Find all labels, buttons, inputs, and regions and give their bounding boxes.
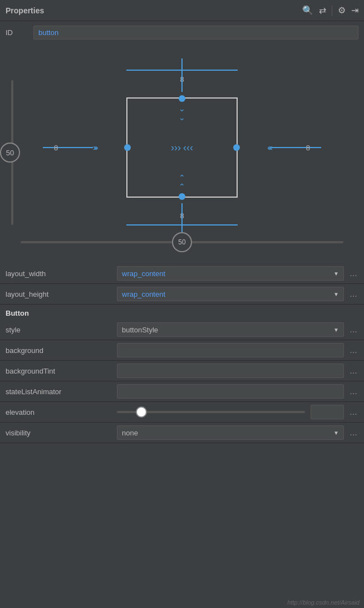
style-label: style xyxy=(6,326,117,334)
dot-left xyxy=(124,144,131,151)
style-value: buttonStyle ▼ ... xyxy=(117,322,358,337)
left-arrows: ›››› xyxy=(93,143,97,152)
vertical-value-label: 50 xyxy=(0,143,20,163)
margin-diagram: ›››› ‹‹‹‹ 8 8 8 8 ⌄ ⌄ xyxy=(43,58,321,237)
layout-height-dropdown[interactable]: wrap_content ▼ xyxy=(117,287,344,301)
style-dropdown-wrapper: buttonStyle ▼ xyxy=(117,322,344,337)
state-list-animator-value: ... xyxy=(117,384,358,399)
layout-width-dropdown-wrapper: wrap_content ▼ xyxy=(117,266,344,281)
background-tint-row: backgroundTint ... xyxy=(0,361,364,381)
visibility-row: visibility none ▼ ... xyxy=(0,423,364,443)
divider xyxy=(332,6,332,16)
style-text: buttonStyle xyxy=(122,326,158,334)
visibility-dropdown[interactable]: none ▼ xyxy=(117,425,344,440)
layout-height-more[interactable]: ... xyxy=(348,289,358,299)
header-actions: 🔍 ⇄ ⚙ ⇥ xyxy=(302,5,358,16)
background-value: ... xyxy=(117,343,358,357)
state-list-animator-more[interactable]: ... xyxy=(348,386,358,396)
background-more[interactable]: ... xyxy=(348,345,358,355)
layout-width-value: wrap_content ▼ ... xyxy=(117,266,358,281)
elevation-row: elevation ... xyxy=(0,402,364,423)
visibility-text: none xyxy=(122,429,138,437)
background-tint-input[interactable] xyxy=(117,364,344,378)
horizontal-value-label: 50 xyxy=(172,232,192,252)
dot-bottom xyxy=(179,193,185,200)
v-line-bottom xyxy=(181,203,183,237)
horizontal-slider[interactable]: 50 xyxy=(21,241,343,243)
visibility-arrow: ▼ xyxy=(333,430,339,436)
elevation-input[interactable] xyxy=(311,405,344,419)
background-label: background xyxy=(6,346,117,355)
layout-height-value: wrap_content ▼ ... xyxy=(117,287,358,301)
watermark: http://blog.csdn.net/Airsaid xyxy=(287,599,360,606)
layout-height-dropdown-wrapper: wrap_content ▼ xyxy=(117,287,344,301)
layout-height-text: wrap_content xyxy=(122,290,165,298)
layout-width-more[interactable]: ... xyxy=(348,268,358,278)
layout-width-dropdown[interactable]: wrap_content ▼ xyxy=(117,266,344,281)
background-row: background ... xyxy=(0,340,364,361)
id-row: ID xyxy=(0,21,364,44)
layout-width-arrow: ▼ xyxy=(333,271,339,277)
h-line-left xyxy=(43,147,93,148)
visibility-value: none ▼ ... xyxy=(117,425,358,440)
right-arrows: ‹‹‹‹ xyxy=(267,143,271,152)
settings-icon[interactable]: ⚙ xyxy=(338,5,346,16)
state-list-animator-row: stateListAnimator ... xyxy=(0,381,364,402)
state-list-animator-input[interactable] xyxy=(117,384,344,399)
layout-height-label: layout_height xyxy=(6,290,117,298)
style-row: style buttonStyle ▼ ... xyxy=(0,320,364,340)
layout-height-arrow: ▼ xyxy=(333,291,339,297)
background-input[interactable] xyxy=(117,343,344,357)
elevation-value: ... xyxy=(117,405,358,419)
h-track: 50 xyxy=(21,241,343,243)
margin-padding-diagram: 50 ›››› ‹‹‹‹ 8 8 8 8 xyxy=(0,44,364,261)
style-arrow: ▼ xyxy=(333,327,339,333)
dot-right xyxy=(233,144,240,151)
vertical-track: 50 xyxy=(11,80,13,225)
visibility-label: visibility xyxy=(6,429,117,437)
button-section-header: Button xyxy=(0,305,364,320)
arrows-up: ⌃ ⌃ xyxy=(179,173,185,191)
header-title: Properties xyxy=(6,6,44,15)
state-list-animator-label: stateListAnimator xyxy=(6,388,117,396)
arrows-center: ››› ‹‹‹ xyxy=(171,142,193,154)
margin-left-value: 8 xyxy=(54,144,58,152)
background-tint-value: ... xyxy=(117,364,358,378)
properties-header: Properties 🔍 ⇄ ⚙ ⇥ xyxy=(0,0,364,21)
elevation-label: elevation xyxy=(6,408,117,416)
margin-right-value: 8 xyxy=(306,144,310,152)
visibility-dropdown-wrapper: none ▼ xyxy=(117,425,344,440)
vertical-slider[interactable]: 50 xyxy=(11,80,13,225)
elevation-thumb xyxy=(136,406,147,418)
swap-icon[interactable]: ⇄ xyxy=(319,5,326,16)
elevation-slider[interactable] xyxy=(117,411,305,413)
id-input[interactable] xyxy=(33,26,358,40)
background-tint-more[interactable]: ... xyxy=(348,366,358,376)
pin-icon[interactable]: ⇥ xyxy=(351,5,358,16)
background-tint-label: backgroundTint xyxy=(6,367,117,375)
layout-width-text: wrap_content xyxy=(122,269,165,278)
style-dropdown[interactable]: buttonStyle ▼ xyxy=(117,322,344,337)
id-label: ID xyxy=(6,28,28,37)
inner-content-box: ⌄ ⌄ ››› ‹‹‹ ⌃ ⌃ xyxy=(126,97,238,198)
layout-height-row: layout_height wrap_content ▼ ... xyxy=(0,284,364,305)
arrows-down: ⌄ ⌄ xyxy=(179,104,185,122)
elevation-more[interactable]: ... xyxy=(348,407,358,417)
layout-width-label: layout_width xyxy=(6,269,117,278)
h-line-right xyxy=(271,147,321,148)
style-more[interactable]: ... xyxy=(348,325,358,335)
visibility-more[interactable]: ... xyxy=(348,428,358,438)
layout-width-row: layout_width wrap_content ▼ ... xyxy=(0,263,364,284)
v-line-top xyxy=(181,58,183,92)
properties-panel: layout_width wrap_content ▼ ... layout_h… xyxy=(0,261,364,445)
h-thumb-wrapper: 50 xyxy=(172,232,192,252)
dot-top xyxy=(179,95,185,102)
search-icon[interactable]: 🔍 xyxy=(302,5,313,16)
